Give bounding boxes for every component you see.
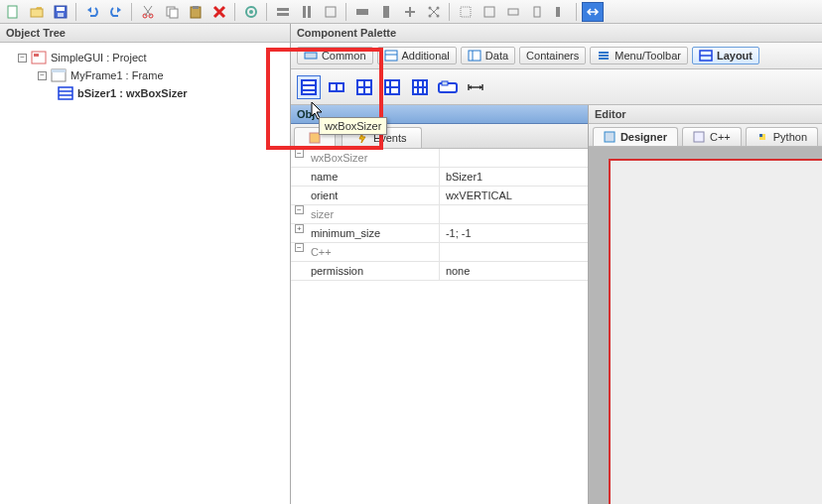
new-icon[interactable]: [2, 2, 24, 22]
editor-tabs: Designer C++ Python: [589, 124, 822, 147]
svg-rect-36: [305, 53, 317, 59]
svg-rect-32: [52, 69, 66, 72]
save-icon[interactable]: [50, 2, 71, 22]
svg-rect-65: [605, 132, 615, 142]
border4-icon[interactable]: [526, 2, 548, 22]
pg-row-permission[interactable]: permission none: [291, 262, 588, 281]
frame-preview[interactable]: [609, 159, 822, 504]
undo-icon[interactable]: [81, 2, 103, 22]
align1-icon[interactable]: [272, 2, 294, 22]
boxsizer-icon: [58, 86, 73, 100]
misc-icon[interactable]: [582, 2, 604, 22]
svg-rect-13: [277, 8, 289, 11]
expand3-icon[interactable]: [399, 2, 421, 22]
wxgridsizer-icon[interactable]: [352, 75, 376, 99]
tree-collapse-icon[interactable]: −: [18, 54, 27, 63]
python-icon: [756, 131, 768, 143]
wxgridbagsizer-icon[interactable]: [408, 75, 432, 99]
svg-rect-4: [58, 13, 64, 17]
border1-icon[interactable]: [455, 2, 477, 22]
svg-rect-30: [34, 54, 39, 57]
tree-node-frame[interactable]: − MyFrame1 : Frame: [38, 66, 286, 84]
cut-icon[interactable]: [137, 2, 159, 22]
main-toolbar: [0, 0, 822, 24]
designer-canvas[interactable]: [589, 147, 822, 504]
svg-rect-3: [57, 7, 65, 11]
category-menu[interactable]: Menu/Toolbar: [590, 47, 688, 64]
svg-rect-15: [303, 6, 306, 18]
expand4-icon[interactable]: [423, 2, 445, 22]
border2-icon[interactable]: [479, 2, 500, 22]
pg-row-minsize[interactable]: + minimum_size -1; -1: [291, 224, 588, 243]
editor-title: Editor: [589, 105, 822, 124]
tab-designer[interactable]: Designer: [593, 127, 678, 146]
svg-rect-1: [31, 9, 43, 17]
align3-icon[interactable]: [320, 2, 342, 22]
tree-collapse-icon[interactable]: −: [38, 71, 47, 80]
object-tree-title: Object Tree: [0, 24, 290, 43]
expand2-icon[interactable]: [375, 2, 397, 22]
wxboxsizer-h-icon[interactable]: [325, 75, 348, 99]
collapse-icon[interactable]: −: [295, 149, 304, 158]
redo-icon[interactable]: [105, 2, 127, 22]
pg-group-cpp[interactable]: − C++: [291, 243, 588, 262]
svg-rect-66: [694, 132, 704, 142]
category-data[interactable]: Data: [461, 47, 515, 64]
layout-icon: [699, 50, 713, 62]
svg-rect-14: [277, 13, 289, 16]
wxflexgridsizer-icon[interactable]: [380, 75, 404, 99]
object-tree[interactable]: − SimpleGUI : Project − MyFrame1 : Frame…: [0, 43, 290, 504]
editor-panel: Editor Designer C++ Python: [589, 105, 822, 504]
cpp-icon: [693, 131, 705, 143]
data-icon: [468, 50, 481, 62]
align2-icon[interactable]: [296, 2, 318, 22]
svg-rect-10: [193, 6, 199, 9]
svg-rect-39: [469, 51, 480, 61]
wxboxsizer-v-icon[interactable]: [297, 75, 321, 99]
pg-row-orient[interactable]: orient wxVERTICAL: [291, 187, 588, 205]
svg-rect-24: [461, 7, 471, 17]
copy-icon[interactable]: [161, 2, 183, 22]
svg-rect-17: [326, 7, 336, 17]
svg-rect-37: [385, 51, 397, 61]
settings-icon[interactable]: [240, 2, 262, 22]
expand-icon[interactable]: +: [295, 224, 304, 233]
pg-row-name[interactable]: name bSizer1: [291, 168, 588, 187]
tab-python[interactable]: Python: [746, 127, 818, 146]
border5-icon[interactable]: [550, 2, 572, 22]
svg-rect-8: [170, 9, 178, 18]
open-icon[interactable]: [26, 2, 48, 22]
category-layout[interactable]: Layout: [692, 47, 759, 64]
delete-icon[interactable]: [208, 2, 230, 22]
property-grid[interactable]: − wxBoxSizer name bSizer1 orient wxVERTI…: [291, 149, 588, 504]
object-inspector: Obj Events − wxBoxSizer: [291, 105, 589, 504]
paste-icon[interactable]: [185, 2, 206, 22]
palette-category-tabs: Common Additional Data Containers Menu/T…: [291, 43, 822, 69]
expand1-icon[interactable]: [351, 2, 373, 22]
collapse-icon[interactable]: −: [295, 205, 304, 214]
svg-rect-0: [8, 6, 17, 18]
common-icon: [304, 50, 318, 62]
wxstaticboxsizer-icon[interactable]: [436, 75, 460, 99]
palette-tool-row: [291, 69, 822, 105]
component-palette-title: Component Palette: [291, 24, 822, 43]
pg-group-wxboxsizer[interactable]: − wxBoxSizer: [291, 149, 588, 168]
category-common[interactable]: Common: [297, 47, 373, 64]
tree-label: SimpleGUI : Project: [51, 52, 147, 63]
additional-icon: [384, 50, 398, 62]
tree-node-project[interactable]: − SimpleGUI : Project: [18, 49, 286, 66]
svg-rect-25: [484, 7, 494, 17]
tab-cpp[interactable]: C++: [682, 127, 742, 146]
border3-icon[interactable]: [502, 2, 524, 22]
pg-group-sizer[interactable]: − sizer: [291, 205, 588, 224]
category-containers[interactable]: Containers: [519, 47, 586, 64]
svg-rect-18: [356, 9, 368, 15]
designer-icon: [604, 131, 616, 143]
tree-node-sizer[interactable]: bSizer1 : wxBoxSizer: [58, 84, 286, 102]
svg-rect-16: [308, 6, 311, 18]
project-icon: [31, 51, 47, 64]
svg-rect-27: [534, 7, 540, 17]
spacer-icon[interactable]: [464, 75, 487, 99]
collapse-icon[interactable]: −: [295, 243, 304, 252]
category-additional[interactable]: Additional: [377, 47, 457, 64]
